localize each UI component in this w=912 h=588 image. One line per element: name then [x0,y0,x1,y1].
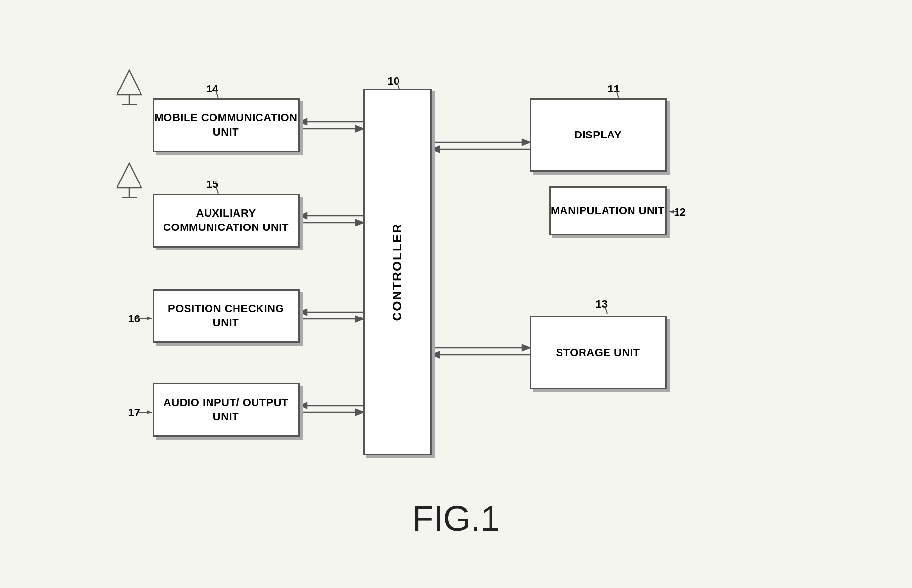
manipulation-block: MANIPULATION UNIT [549,186,667,235]
svg-marker-15 [356,409,363,415]
svg-marker-13 [300,403,307,408]
svg-line-37 [616,90,619,98]
svg-marker-3 [356,126,363,132]
mobile-comm-label: MOBILE COMMUNICATION UNIT [154,111,298,139]
display-tick [614,90,624,99]
aux-comm-label: AUXILIARY COMMUNICATION UNIT [154,206,298,234]
controller-tick [395,83,405,91]
aux-comm-tick [213,186,223,195]
figure-title: FIG.1 [412,498,500,539]
svg-marker-5 [300,213,307,219]
storage-block: STORAGE UNIT [530,316,667,389]
svg-marker-39 [669,210,674,214]
storage-label: STORAGE UNIT [556,346,640,360]
svg-marker-9 [300,309,307,315]
position-label: POSITION CHECKING UNIT [154,302,298,330]
svg-marker-34 [147,317,152,320]
display-block: DISPLAY [530,98,667,172]
manipulation-arrow [668,209,677,215]
svg-marker-21 [522,345,530,351]
position-block: POSITION CHECKING UNIT [153,289,300,343]
display-label: DISPLAY [574,128,622,142]
svg-marker-19 [432,146,439,152]
diagram: CONTROLLER 10 MOBILE COMMUNICATION UNIT … [89,49,823,539]
svg-marker-23 [432,352,439,358]
svg-marker-17 [522,139,530,145]
storage-tick [602,306,612,315]
position-arrow [138,316,155,321]
antenna-1-icon [115,68,144,105]
controller-block: CONTROLLER [363,89,432,455]
antenna-2-icon [115,161,144,198]
mobile-comm-block: MOBILE COMMUNICATION UNIT [153,98,300,152]
aux-comm-block: AUXILIARY COMMUNICATION UNIT [153,194,300,248]
svg-marker-11 [356,316,363,322]
svg-marker-26 [117,70,141,95]
audio-label: AUDIO INPUT/ OUTPUT UNIT [154,396,298,424]
audio-block: AUDIO INPUT/ OUTPUT UNIT [153,383,300,437]
svg-line-24 [398,83,400,90]
controller-label: CONTROLLER [389,223,406,321]
manipulation-label: MANIPULATION UNIT [551,204,665,218]
svg-marker-30 [117,163,141,188]
svg-marker-36 [147,410,152,414]
svg-marker-7 [356,220,363,226]
mobile-comm-tick [213,90,223,99]
svg-marker-1 [300,119,307,125]
svg-line-40 [605,306,607,314]
svg-line-29 [216,186,218,194]
svg-line-25 [216,90,218,98]
audio-arrow [138,409,155,415]
